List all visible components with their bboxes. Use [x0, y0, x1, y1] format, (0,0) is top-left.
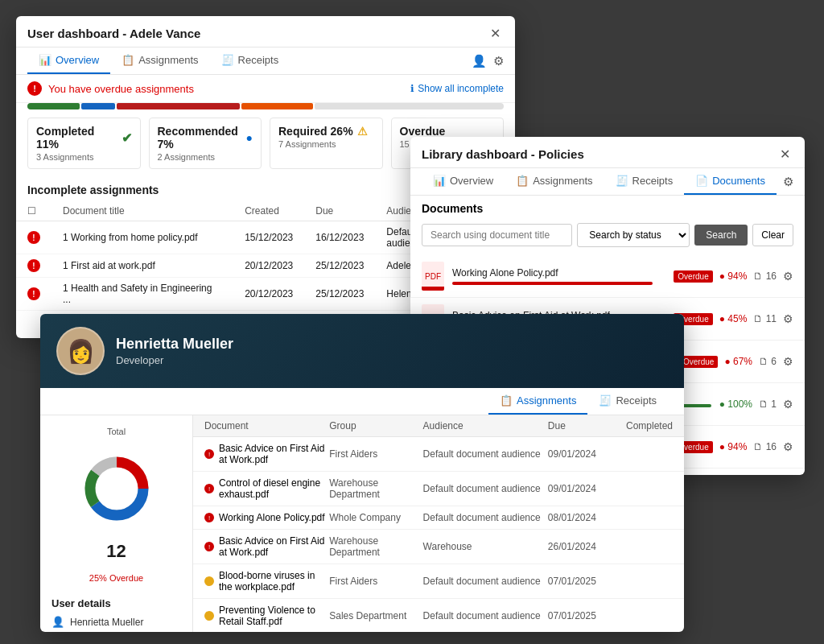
warning-icon: ⚠ [357, 125, 368, 138]
due-cell: 25/12/2023 [304, 254, 375, 278]
assign-doc: ! Basic Advice on First Aid at Work.pdf [204, 443, 329, 465]
progress-bar [27, 103, 504, 109]
check-icon: ✔ [122, 130, 132, 146]
doc-gear-button[interactable]: ⚙ [783, 270, 793, 283]
user-dashboard-close-button[interactable]: ✕ [486, 24, 504, 42]
doc-gear-button[interactable]: ⚙ [783, 398, 793, 411]
table-row: Blood-borne viruses in the workplace.pdf… [193, 564, 684, 599]
list-item: PDF Working Alone Policy.pdf Overdue ● 9… [410, 255, 805, 298]
table-row: ! Working Alone Policy.pdf Whole Company… [193, 506, 684, 530]
assign-due: 08/01/2024 [548, 512, 611, 523]
overview-icon: 📊 [39, 54, 52, 66]
user-icon-button[interactable]: 👤 [472, 54, 487, 68]
file-count: 🗋 6 [759, 356, 777, 367]
doc-meta: ● 100% 🗋 1 ⚙ [719, 398, 793, 411]
assign-audience: Default document audience [423, 512, 548, 523]
pb-completed [27, 103, 80, 109]
library-tab-bar: 📊 Overview 📋 Assignments 🧾 Receipts 📄 Do… [410, 168, 805, 196]
assign-due: 09/01/2024 [548, 448, 611, 460]
status-cell: ! [16, 254, 52, 278]
status-dot-red: ! [204, 484, 214, 493]
alert-text: You have overdue assignments [48, 83, 194, 95]
created-cell: 20/12/2023 [233, 254, 304, 278]
doc-search-input[interactable] [422, 224, 572, 246]
assignments-icon: 📋 [122, 54, 134, 66]
show-all-link[interactable]: ℹ Show all incomplete [410, 83, 504, 94]
header-document: Document [204, 420, 329, 431]
doc-title-cell: 1 Health and Safety in Engineering ... [52, 278, 233, 311]
doc-icon-strip [422, 287, 444, 291]
col-doc-title: Document title [52, 201, 233, 221]
status-icon: ! [27, 287, 40, 300]
file-count: 🗋 16 [753, 270, 777, 282]
header-completed: Completed [610, 420, 673, 431]
doc-meta: Overdue ● 67% 🗋 6 ⚙ [679, 355, 793, 368]
table-row: ! Basic Advice on First Aid at Work.pdf … [193, 530, 684, 564]
status-dot-red: ! [204, 513, 214, 522]
header-group: Group [329, 420, 422, 431]
status-dot-yellow [204, 576, 214, 586]
created-cell: 20/12/2023 [233, 278, 304, 311]
overdue-badge: Overdue [679, 356, 718, 368]
doc-title-cell: 1 First aid at work.pdf [52, 254, 233, 278]
pct-badge: ● 94% [719, 441, 748, 452]
tab-assignments[interactable]: 📋 Assignments [110, 47, 209, 74]
tab-receipts[interactable]: 🧾 Receipts [210, 47, 290, 74]
doc-info: Working Alone Policy.pdf [452, 267, 665, 285]
assign-doc: ! Control of diesel engine exhaust.pdf [204, 477, 329, 500]
settings-icon-button[interactable]: ⚙ [493, 54, 504, 68]
doc-gear-button[interactable]: ⚙ [783, 440, 793, 453]
due-cell: 25/12/2023 [304, 278, 375, 311]
lib-assignments-icon: 📋 [516, 175, 529, 187]
assign-group: Sales Department [329, 610, 422, 621]
doc-gear-button[interactable]: ⚙ [783, 355, 793, 368]
clear-button[interactable]: Clear [752, 224, 793, 246]
lib-tab-overview[interactable]: 📊 Overview [422, 168, 505, 195]
assign-group: First Aiders [329, 576, 422, 587]
profile-header: 👩 Henrietta Mueller Developer [40, 314, 684, 388]
profile-window: 👩 Henrietta Mueller Developer 📋 Assignme… [40, 314, 684, 632]
lib-tab-receipts[interactable]: 🧾 Receipts [604, 168, 685, 195]
profile-tab-receipts[interactable]: 🧾 Receipts [587, 388, 668, 415]
lib-gear-icon-button[interactable]: ⚙ [783, 175, 793, 189]
lib-tab-documents[interactable]: 📄 Documents [684, 168, 777, 195]
profile-right-panel: Document Group Audience Due Completed ! … [193, 415, 684, 632]
assign-group: Warehouse Department [329, 535, 422, 558]
stat-required: Required 26% ⚠ 7 Assignments [270, 118, 383, 169]
table-row: ! Basic Advice on First Aid at Work.pdf … [193, 437, 684, 472]
lib-documents-icon: 📄 [695, 175, 708, 187]
assign-doc: ! Working Alone Policy.pdf [204, 512, 329, 523]
profile-name: Henrietta Mueller [116, 336, 233, 353]
doc-meta: Overdue ● 94% 🗋 16 ⚙ [674, 270, 793, 283]
doc-file-icon: PDF [422, 262, 444, 291]
table-row: Preventing Violence to Retail Staff.pdf … [193, 599, 684, 632]
profile-receipts-icon: 🧾 [599, 394, 612, 407]
user-details-section: User details 👤 Henrietta Mueller ✉ Henri… [52, 597, 181, 632]
profile-tab-assignments[interactable]: 📋 Assignments [488, 388, 587, 415]
doc-gear-button[interactable]: ⚙ [783, 312, 793, 325]
stat-completed: Completed 11% ✔ 3 Assignments [27, 118, 141, 169]
profile-body: Total 12 25% Overdue User deta [40, 415, 684, 632]
status-cell: ! [16, 221, 52, 254]
receipts-icon: 🧾 [221, 54, 234, 66]
pb-required [117, 103, 241, 109]
assign-doc: ! Basic Advice on First Aid at Work.pdf [204, 535, 329, 558]
status-icon: ! [27, 231, 40, 244]
pct-badge: ● 45% [719, 313, 748, 324]
search-button[interactable]: Search [694, 225, 748, 246]
library-dashboard-title: Library dashboard - Policies [422, 147, 584, 161]
doc-title-cell: 1 Working from home policy.pdf [52, 221, 233, 254]
alert-banner: ! You have overdue assignments ℹ Show al… [16, 75, 515, 103]
assignments-table-header: Document Group Audience Due Completed [193, 415, 684, 437]
profile-role: Developer [116, 354, 233, 366]
doc-meta: Overdue ● 45% 🗋 11 ⚙ [674, 312, 793, 325]
pct-badge: ● 94% [719, 270, 748, 282]
tab-overview[interactable]: 📊 Overview [27, 47, 110, 74]
status-filter-select[interactable]: Search by status [577, 223, 690, 247]
library-close-button[interactable]: ✕ [776, 145, 793, 163]
lib-tab-assignments[interactable]: 📋 Assignments [505, 168, 604, 195]
person-icon: 👤 [52, 616, 64, 628]
header-due: Due [548, 420, 611, 431]
detail-name: 👤 Henrietta Mueller [52, 616, 181, 628]
lib-overview-icon: 📊 [433, 175, 446, 187]
